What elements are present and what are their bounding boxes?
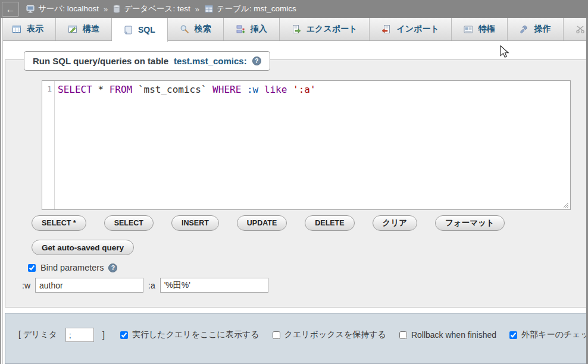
tab-search[interactable]: 検索 <box>168 18 224 40</box>
breadcrumb-table[interactable]: テーブル: mst_comics <box>204 4 296 14</box>
insert-icon <box>236 24 245 34</box>
sql-token: ':a' <box>293 84 316 95</box>
autosave-row: Get auto-saved query <box>32 240 134 255</box>
tab-label: 特権 <box>478 24 495 34</box>
tab-label: インポート <box>396 24 439 34</box>
help-icon[interactable]: ? <box>108 263 117 272</box>
search-icon <box>180 24 189 34</box>
resize-handle-icon[interactable] <box>562 201 569 208</box>
select-button[interactable]: SELECT <box>104 215 154 231</box>
line-number: 1 <box>47 84 52 93</box>
delimiter-label: [ デリミタ <box>18 330 57 340</box>
breadcrumb-bar: ← サーバ: localhost » データベース: test » <box>0 0 588 18</box>
select-star-button[interactable]: SELECT * <box>32 215 86 231</box>
delimiter-bracket-close: ] <box>102 330 105 340</box>
tab-export[interactable]: エクスポート <box>280 18 370 40</box>
update-button[interactable]: UPDATE <box>237 215 287 231</box>
tab-label: 表示 <box>27 24 43 34</box>
bind-parameters-checkbox[interactable] <box>28 264 36 272</box>
privileges-icon <box>464 26 473 33</box>
sql-token: like <box>264 84 287 95</box>
export-icon <box>292 24 301 34</box>
query-buttons-row: SELECT * SELECT INSERT UPDATE DELETE クリア… <box>32 215 505 231</box>
foreign-key-checks-checkbox[interactable] <box>509 331 517 339</box>
option-retain-query-box: クエリボックスを保持する <box>273 330 386 340</box>
sql-token <box>207 84 212 95</box>
legend-table-link[interactable]: test.mst_comics: <box>174 56 247 66</box>
delimiter-input[interactable] <box>65 328 94 342</box>
structure-icon <box>68 24 77 34</box>
table-icon <box>204 4 214 14</box>
sql-icon <box>124 25 133 35</box>
tab-sql[interactable]: SQL <box>112 18 168 42</box>
legend-text: Run SQL query/queries on table <box>33 56 168 66</box>
option-label: 実行したクエリをここに表示する <box>132 330 259 340</box>
footer-options: 実行したクエリをここに表示する クエリボックスを保持する Rollback wh… <box>120 330 588 340</box>
tab-label: SQL <box>138 25 155 34</box>
bind-parameters-row: Bind parameters ? <box>28 263 117 272</box>
help-icon[interactable]: ? <box>252 57 261 65</box>
operations-icon <box>520 24 529 34</box>
breadcrumb-database[interactable]: データベース: test <box>112 4 190 14</box>
delete-button[interactable]: DELETE <box>305 215 354 231</box>
show-query-checkbox[interactable] <box>120 331 128 339</box>
sql-token: WHERE <box>212 84 241 95</box>
triggers-icon <box>576 25 585 33</box>
bind-parameters-label: Bind parameters <box>40 263 104 272</box>
sql-token: FROM <box>110 84 133 95</box>
sql-token: :w <box>247 84 258 95</box>
option-rollback: Rollback when finished <box>399 330 496 340</box>
option-label: 外部キーのチェック <box>521 330 588 340</box>
tab-label: エクスポート <box>306 24 358 34</box>
param-a-label: :a <box>148 281 155 290</box>
sql-token: SELECT <box>58 84 92 95</box>
get-autosaved-query-button[interactable]: Get auto-saved query <box>32 240 134 255</box>
option-foreign-key-checks: 外部キーのチェック <box>509 330 588 340</box>
browse-icon <box>12 24 21 34</box>
option-show-query: 実行したクエリをここに表示する <box>120 330 259 340</box>
query-panel-legend: Run SQL query/queries on table test.mst_… <box>24 51 270 71</box>
mouse-cursor <box>500 45 509 58</box>
bind-values-row: :w :a <box>22 278 268 293</box>
sql-code-line: SELECT * FROM `mst_comics` WHERE :w like… <box>55 81 316 209</box>
tab-structure[interactable]: 構造 <box>56 18 112 40</box>
sql-token: `mst_comics` <box>138 84 207 95</box>
tab-privileges[interactable]: 特権 <box>452 18 508 40</box>
tab-import[interactable]: インポート <box>370 18 451 40</box>
breadcrumb-separator: » <box>102 5 109 14</box>
sql-token <box>241 84 247 95</box>
sql-token: * <box>92 84 110 95</box>
sql-token <box>258 84 264 95</box>
breadcrumb-database-label: データベース: test <box>124 4 190 14</box>
rollback-checkbox[interactable] <box>399 331 407 339</box>
tab-triggers[interactable]: トリガ <box>564 18 588 40</box>
breadcrumb: サーバ: localhost » データベース: test » テーブル: ms… <box>26 4 296 14</box>
editor-gutter: 1 <box>42 81 55 209</box>
breadcrumb-server-label: サーバ: localhost <box>38 4 99 14</box>
sql-editor[interactable]: 1 SELECT * FROM `mst_comics` WHERE :w li… <box>42 80 571 210</box>
nav-panel-separator[interactable] <box>0 18 3 364</box>
param-w-input[interactable] <box>35 278 143 293</box>
breadcrumb-separator: » <box>194 5 201 14</box>
tab-label: 操作 <box>534 24 551 34</box>
param-a-input[interactable] <box>160 278 268 293</box>
tab-operations[interactable]: 操作 <box>508 18 564 40</box>
option-label: クエリボックスを保持する <box>284 330 386 340</box>
sql-query-fieldset: 1 SELECT * FROM `mst_comics` WHERE :w li… <box>5 59 588 307</box>
option-label: Rollback when finished <box>411 330 496 340</box>
tab-bar: 表示 構造 SQL 検索 挿入 <box>0 18 588 41</box>
import-icon <box>381 24 391 34</box>
clear-button[interactable]: クリア <box>373 215 417 231</box>
breadcrumb-server[interactable]: サーバ: localhost <box>26 4 99 14</box>
param-w-label: :w <box>22 281 30 290</box>
back-button[interactable]: ← <box>2 2 19 17</box>
tab-insert[interactable]: 挿入 <box>224 18 280 40</box>
tab-browse[interactable]: 表示 <box>0 18 56 40</box>
tab-label: 構造 <box>83 24 99 34</box>
format-button[interactable]: フォーマット <box>435 215 505 231</box>
retain-query-box-checkbox[interactable] <box>273 331 280 339</box>
query-footer-bar: [ デリミタ ] 実行したクエリをここに表示する クエリボックスを保持する Ro… <box>5 313 588 364</box>
tab-label: 挿入 <box>251 24 267 34</box>
insert-button[interactable]: INSERT <box>171 215 219 231</box>
breadcrumb-table-label: テーブル: mst_comics <box>217 4 296 14</box>
